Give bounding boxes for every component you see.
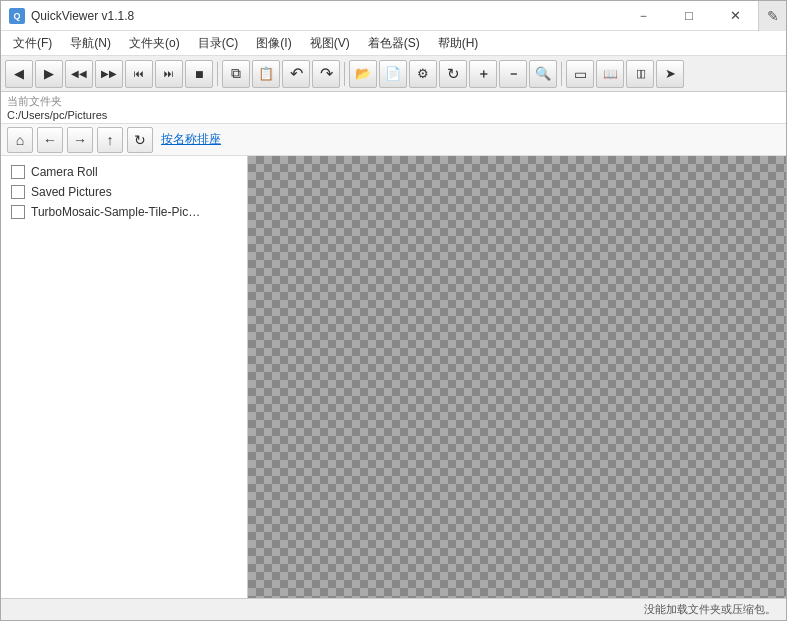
sort-link[interactable]: 按名称排座 bbox=[161, 131, 221, 148]
menu-directory[interactable]: 目录(C) bbox=[190, 33, 247, 54]
toolbar-separator-3 bbox=[561, 62, 562, 86]
main-window: Q QuickViewer v1.1.8 － □ ✕ ✎ 文件(F) 导航(N)… bbox=[0, 0, 787, 621]
path-label: 当前文件夹 bbox=[7, 95, 62, 107]
menu-folder[interactable]: 文件夹(o) bbox=[121, 33, 188, 54]
list-item[interactable]: TurboMosaic-Sample-Tile-Pic… bbox=[5, 202, 243, 222]
menu-bar: 文件(F) 导航(N) 文件夹(o) 目录(C) 图像(I) 视图(V) 着色器… bbox=[1, 31, 786, 56]
toolbar-separator-1 bbox=[217, 62, 218, 86]
window-title: QuickViewer v1.1.8 bbox=[31, 9, 134, 23]
nav-bar: ⌂ ← → ↑ ↻ 按名称排座 bbox=[1, 124, 786, 156]
open-file-button[interactable]: 📄 bbox=[379, 60, 407, 88]
file-checkbox-camera-roll[interactable] bbox=[11, 165, 25, 179]
title-bar: Q QuickViewer v1.1.8 － □ ✕ ✎ bbox=[1, 1, 786, 31]
close-button[interactable]: ✕ bbox=[712, 1, 758, 31]
back-button[interactable]: ← bbox=[37, 127, 63, 153]
prev-folder-button[interactable]: ⏮ bbox=[125, 60, 153, 88]
path-value: C:/Users/pc/Pictures bbox=[7, 109, 107, 121]
window-controls: － □ ✕ ✎ bbox=[620, 1, 786, 31]
maximize-button[interactable]: □ bbox=[666, 1, 712, 31]
file-checkbox-turbo-mosaic[interactable] bbox=[11, 205, 25, 219]
menu-help[interactable]: 帮助(H) bbox=[430, 33, 487, 54]
file-label-camera-roll: Camera Roll bbox=[31, 165, 98, 179]
path-bar: 当前文件夹 C:/Users/pc/Pictures bbox=[1, 92, 786, 124]
file-checkbox-saved-pictures[interactable] bbox=[11, 185, 25, 199]
title-bar-left: Q QuickViewer v1.1.8 bbox=[9, 8, 134, 24]
rotate-left-button[interactable]: ↶ bbox=[282, 60, 310, 88]
dual-page-button[interactable]: ▯▯ bbox=[626, 60, 654, 88]
forward-button[interactable]: → bbox=[67, 127, 93, 153]
prev-page-button[interactable]: ◀ bbox=[5, 60, 33, 88]
settings-button[interactable]: ⚙ bbox=[409, 60, 437, 88]
zoom-out-button[interactable]: － bbox=[499, 60, 527, 88]
next-folder-button[interactable]: ⏭ bbox=[155, 60, 183, 88]
list-item[interactable]: Camera Roll bbox=[5, 162, 243, 182]
file-label-turbo-mosaic: TurboMosaic-Sample-Tile-Pic… bbox=[31, 205, 200, 219]
app-icon: Q bbox=[9, 8, 25, 24]
list-item[interactable]: Saved Pictures bbox=[5, 182, 243, 202]
last-page-button[interactable]: ▶▶ bbox=[95, 60, 123, 88]
paste-button[interactable]: 📋 bbox=[252, 60, 280, 88]
menu-color[interactable]: 着色器(S) bbox=[360, 33, 428, 54]
refresh-toolbar-button[interactable]: ↻ bbox=[439, 60, 467, 88]
first-page-button[interactable]: ◀◀ bbox=[65, 60, 93, 88]
file-label-saved-pictures: Saved Pictures bbox=[31, 185, 112, 199]
file-panel: Camera Roll Saved Pictures TurboMosaic-S… bbox=[1, 156, 248, 598]
copy-button[interactable]: ⧉ bbox=[222, 60, 250, 88]
home-button[interactable]: ⌂ bbox=[7, 127, 33, 153]
up-button[interactable]: ↑ bbox=[97, 127, 123, 153]
book-button[interactable]: 📖 bbox=[596, 60, 624, 88]
minimize-button[interactable]: － bbox=[620, 1, 666, 31]
toolbar: ◀ ▶ ◀◀ ▶▶ ⏮ ⏭ ⏹ ⧉ 📋 ↶ ↷ 📂 📄 ⚙ ↻ ＋ － 🔍 ▭ … bbox=[1, 56, 786, 92]
menu-image[interactable]: 图像(I) bbox=[248, 33, 299, 54]
image-panel bbox=[248, 156, 786, 598]
nav-refresh-button[interactable]: ↻ bbox=[127, 127, 153, 153]
stop-button[interactable]: ⏹ bbox=[185, 60, 213, 88]
status-bar: 没能加载文件夹或压缩包。 bbox=[1, 598, 786, 620]
rotate-right-button[interactable]: ↷ bbox=[312, 60, 340, 88]
menu-file[interactable]: 文件(F) bbox=[5, 33, 60, 54]
rect-select-button[interactable]: ▭ bbox=[566, 60, 594, 88]
open-folder-button[interactable]: 📂 bbox=[349, 60, 377, 88]
toolbar-separator-2 bbox=[344, 62, 345, 86]
menu-navigate[interactable]: 导航(N) bbox=[62, 33, 119, 54]
zoom-in-button[interactable]: ＋ bbox=[469, 60, 497, 88]
main-area: Camera Roll Saved Pictures TurboMosaic-S… bbox=[1, 156, 786, 598]
menu-view[interactable]: 视图(V) bbox=[302, 33, 358, 54]
status-message: 没能加载文件夹或压缩包。 bbox=[644, 602, 776, 617]
edit-button[interactable]: ✎ bbox=[758, 1, 786, 31]
next-page-button[interactable]: ▶ bbox=[35, 60, 63, 88]
zoom-fit-button[interactable]: 🔍 bbox=[529, 60, 557, 88]
arrow-button[interactable]: ➤ bbox=[656, 60, 684, 88]
